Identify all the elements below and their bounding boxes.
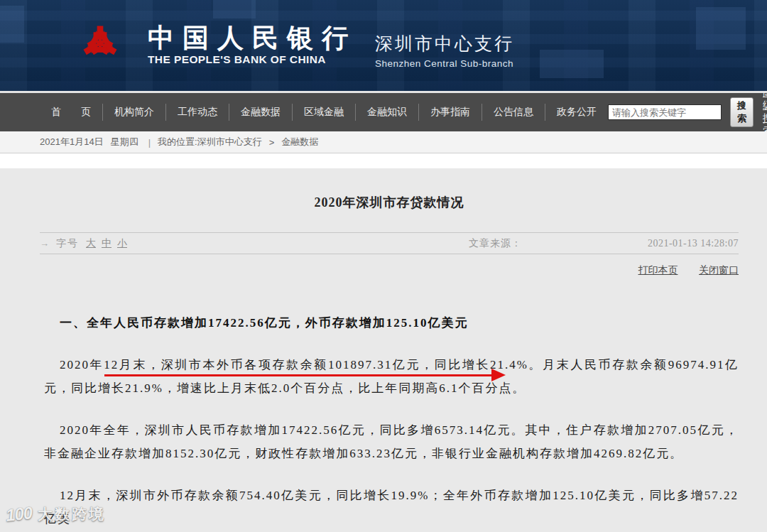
article-actions: 打印本页 关闭窗口 xyxy=(40,264,739,277)
close-window-link[interactable]: 关闭窗口 xyxy=(699,265,739,276)
header-logo-row: 中国人民银行 THE PEOPLE'S BANK OF CHINA 深圳市中心支… xyxy=(0,0,767,91)
nav-item-financial-knowledge[interactable]: 金融知识 xyxy=(355,104,418,121)
watermark: 100 大数跨境 xyxy=(6,504,106,524)
branch-titles: 深圳市中心支行 Shenzhen Central Sub-branch xyxy=(375,32,514,69)
branch-name-cn: 深圳市中心支行 xyxy=(375,32,514,55)
red-underline-annotation xyxy=(104,374,491,376)
font-size-medium-link[interactable]: 中 xyxy=(102,237,111,250)
paragraph-2: 2020年全年，深圳市人民币存款增加17422.56亿元，同比多增6573.14… xyxy=(44,418,739,465)
red-arrow-icon xyxy=(491,369,506,381)
paragraph-1: 2020年12月末，深圳市本外币各项存款余额101897.31亿元，同比增长21… xyxy=(44,353,739,400)
bank-name-cn: 中国人民银行 xyxy=(148,25,357,53)
search-area: 搜索 高级搜索 xyxy=(608,87,767,138)
bank-titles: 中国人民银行 THE PEOPLE'S BANK OF CHINA xyxy=(148,25,357,67)
breadcrumb: 2021年1月14日 星期四 | 我的位置:深圳市中心支行 > 金融数据 xyxy=(0,131,767,153)
nav-list: 首 页 机构简介 工作动态 金融数据 区域金融 金融知识 办事指南 公告信息 政… xyxy=(40,104,608,121)
branch-name-en: Shenzhen Central Sub-branch xyxy=(375,58,514,69)
pboc-emblem-logo xyxy=(80,23,121,68)
font-size-small-link[interactable]: 小 xyxy=(117,237,127,250)
font-size-label: 字号 xyxy=(56,237,79,250)
font-size-large-link[interactable]: 大 xyxy=(86,237,96,250)
breadcrumb-date: 2021年1月14日 xyxy=(40,136,104,148)
nav-item-work-news[interactable]: 工作动态 xyxy=(165,104,229,121)
section-heading: 一、全年人民币存款增加17422.56亿元，外币存款增加125.10亿美元 xyxy=(44,311,739,335)
article-title: 2020年深圳市存贷款情况 xyxy=(40,168,739,211)
paragraph-1-text: 2020年12月末，深圳市本外币各项存款余额101897.31亿元，同比增长21… xyxy=(44,358,739,395)
watermark-logo: 100 xyxy=(5,503,33,526)
breadcrumb-location-label: 我的位置:深圳市中心支行 xyxy=(158,136,262,148)
main-nav: 首 页 机构简介 工作动态 金融数据 区域金融 金融知识 办事指南 公告信息 政… xyxy=(0,93,767,131)
advanced-search-link[interactable]: 高级搜索 xyxy=(763,87,767,138)
article-meta-row: → 字号 大 中 小 文章来源： 2021-01-13 14:28:07 xyxy=(40,232,739,254)
nav-item-regional-finance[interactable]: 区域金融 xyxy=(292,104,355,121)
article-datetime: 2021-01-13 14:28:07 xyxy=(648,238,739,249)
article-body: 一、全年人民币存款增加17422.56亿元，外币存款增加125.10亿美元 20… xyxy=(40,311,739,531)
breadcrumb-arrow-icon: > xyxy=(269,137,275,148)
font-size-controls: → 字号 大 中 小 xyxy=(40,237,133,250)
content-top-spacer xyxy=(0,153,767,168)
search-input[interactable] xyxy=(608,104,722,120)
page: 中国人民银行 THE PEOPLE'S BANK OF CHINA 深圳市中心支… xyxy=(0,0,767,532)
nav-item-service-guide[interactable]: 办事指南 xyxy=(418,104,482,121)
nav-item-gov-disclosure[interactable]: 政务公开 xyxy=(545,104,608,121)
article-page: 2020年深圳市存贷款情况 → 字号 大 中 小 文章来源： 2021-01-1… xyxy=(0,168,767,532)
nav-item-about[interactable]: 机构简介 xyxy=(102,104,165,121)
paragraph-3: 12月末，深圳市外币存款余额754.40亿美元，同比增长19.9%；全年外币存款… xyxy=(44,484,739,531)
print-page-link[interactable]: 打印本页 xyxy=(638,265,678,276)
arrow-icon: → xyxy=(40,238,49,249)
breadcrumb-weekday: 星期四 xyxy=(111,136,138,148)
site-header: 中国人民银行 THE PEOPLE'S BANK OF CHINA 深圳市中心支… xyxy=(0,0,767,91)
nav-item-home[interactable]: 首 页 xyxy=(40,104,102,121)
nav-item-financial-data[interactable]: 金融数据 xyxy=(229,104,292,121)
watermark-text: 大数跨境 xyxy=(38,504,106,524)
search-button[interactable]: 搜索 xyxy=(730,97,754,127)
breadcrumb-section-link[interactable]: 金融数据 xyxy=(281,136,318,148)
nav-item-announcements[interactable]: 公告信息 xyxy=(482,104,545,121)
bank-name-en: THE PEOPLE'S BANK OF CHINA xyxy=(148,53,357,66)
article-source-label: 文章来源： xyxy=(469,237,522,250)
breadcrumb-divider: | xyxy=(148,137,151,148)
